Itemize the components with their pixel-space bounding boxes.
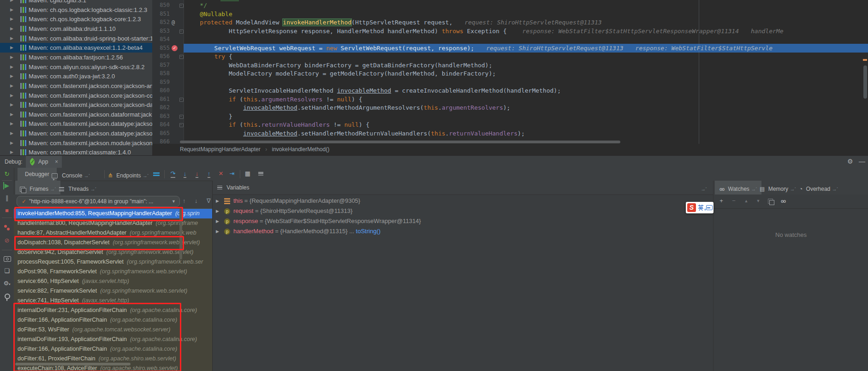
code-editor[interactable]: 850 */851 @Nullable852@ protected ModelA… [152, 0, 868, 144]
fold-icon[interactable] [179, 29, 184, 34]
thread-dropdown[interactable]: ✓ "http-nio-8888-exec-6"@10,448 in group… [17, 196, 180, 207]
code-line[interactable]: 864 if (this.returnValueHandlers != null… [152, 120, 868, 129]
remove-watch-icon[interactable]: − [730, 197, 738, 205]
fold-icon[interactable] [179, 123, 184, 127]
tree-item[interactable]: ▶Maven: com.fasterxml.jackson.datatype:j… [0, 129, 152, 138]
stack-frame-row[interactable]: processRequest:1005, FrameworkServlet(or… [14, 257, 212, 267]
tab-endpoints[interactable]: ⋔ Endpoints → [108, 168, 149, 181]
tree-item[interactable]: ▶Maven: com.alibaba:fastjson:1.2.56 [0, 53, 152, 62]
editor-hscrollbar[interactable] [180, 141, 620, 143]
tree-item[interactable]: ▶Maven: com.fasterxml:classmate:1.4.0 [0, 147, 152, 155]
rerun-icon[interactable]: ↻ [3, 171, 11, 178]
tab-memory[interactable]: ▤ Memory → [755, 181, 800, 194]
view-breakpoints-icon[interactable] [4, 224, 11, 231]
step-out-icon[interactable]: ↑ [205, 170, 213, 178]
close-icon[interactable]: × [55, 156, 58, 168]
stack-frame-row[interactable]: invokeHandlerMethod:855, RequestMappingH… [14, 209, 212, 218]
pin-icon[interactable] [5, 294, 10, 299]
resume-icon[interactable]: ▶ [3, 182, 10, 189]
stack-frame-row[interactable]: handleInternal:800, RequestMappingHandle… [14, 218, 212, 228]
variable-row[interactable]: ▶phandlerMethod = {HandlerMethod@11315} … [213, 226, 713, 236]
tree-item[interactable]: ▶Maven: com.auth0:java-jwt:3.2.0 [0, 71, 152, 81]
stack-frame-row[interactable]: doFilter:61, ProxiedFilterChain(org.apac… [14, 354, 212, 364]
stack-frame-row[interactable]: service:882, FrameworkServlet(org.spring… [14, 286, 212, 296]
step-into-icon[interactable]: ↓ [181, 170, 189, 178]
tree-item[interactable]: ▶Maven: com.fasterxml.jackson.core:jacks… [0, 100, 152, 110]
restore-layout-icon[interactable]: ❏ [3, 267, 11, 275]
stack-frame-row[interactable]: service:741, HttpServlet(javax.servlet.h… [14, 296, 212, 306]
code-line[interactable]: 856 try { [152, 52, 868, 61]
tree-item[interactable]: ▶Maven: com.fasterxml.jackson.datatype:j… [0, 119, 152, 129]
tab-watches[interactable]: oo Watches → [715, 181, 761, 194]
tree-item[interactable]: ▶Maven: ch.qos.logback:logback-core:1.2.… [0, 14, 152, 24]
tree-item[interactable]: ▶Maven: cglib:cglib:3.1 [0, 0, 152, 5]
stop-icon[interactable]: ■ [3, 207, 11, 214]
move-up-icon[interactable]: ▲ [742, 197, 750, 205]
tree-item[interactable]: ▶Maven: com.alibaba:druid:1.1.10 [0, 24, 152, 34]
fold-icon[interactable] [179, 55, 184, 59]
tree-item[interactable]: ▶Maven: com.fasterxml.jackson.module:jac… [0, 138, 152, 148]
code-line[interactable]: 855✓ ServletWebRequest webRequest = new … [152, 44, 868, 53]
settings-icon[interactable]: ⚙▾ [3, 280, 11, 287]
layout-settings-icon[interactable] [152, 170, 161, 178]
stack-frame-row[interactable]: doService:942, DispatcherServlet(org.spr… [14, 247, 212, 257]
stack-frame-row[interactable]: doFilter:166, ApplicationFilterChain(org… [14, 344, 212, 354]
tree-item[interactable]: ▶Maven: com.fasterxml.jackson.core:jacks… [0, 81, 152, 91]
tab-threads[interactable]: Threads → [54, 181, 101, 194]
code-line[interactable]: 861 if (this.argumentResolvers != null) … [152, 95, 868, 104]
stack-frame-row[interactable]: doPost:908, FrameworkServlet(org.springf… [14, 267, 212, 277]
force-step-into-icon[interactable]: ↓ [193, 170, 201, 178]
code-line[interactable]: 852@ protected ModelAndView invokeHandle… [152, 18, 868, 27]
tab-overhead[interactable]: ◔ Overhead → [795, 181, 842, 194]
mute-breakpoints-icon[interactable]: ⊘ [3, 237, 11, 244]
add-watch-icon[interactable]: + [717, 197, 725, 205]
trace-settings-icon[interactable] [256, 170, 265, 178]
breadcrumb-class[interactable]: RequestMappingHandlerAdapter [180, 146, 261, 153]
tab-debugger[interactable]: Debugger [18, 168, 57, 181]
code-line[interactable]: 850 */ [152, 1, 868, 10]
pause-icon[interactable]: ∥ [3, 194, 11, 202]
stack-frame-row[interactable]: doDispatch:1038, DispatcherServlet(org.s… [14, 238, 212, 247]
tree-item[interactable]: ▶Maven: com.fasterxml.jackson.core:jacks… [0, 91, 152, 100]
code-line[interactable]: 857 WebDataBinderFactory binderFactory =… [152, 61, 868, 70]
ime-language-indicator[interactable] [697, 204, 704, 211]
stack-frame-row[interactable]: doFilter:53, WsFilter(org.apache.tomcat.… [14, 325, 212, 335]
down-arrow-icon[interactable]: ↓ [195, 197, 198, 204]
code-line[interactable]: 858 ModelFactory modelFactory = getModel… [152, 69, 868, 78]
code-line[interactable]: 865 invocableMethod.setHandlerMethodRetu… [152, 129, 868, 138]
minimize-icon[interactable]: — [859, 156, 865, 167]
debug-session-tab[interactable]: App × [26, 156, 62, 168]
tree-item[interactable]: ▶Maven: com.aliyun.oss:aliyun-sdk-oss:2.… [0, 62, 152, 72]
frames-hscroll-thumb[interactable] [15, 363, 131, 365]
tree-item[interactable]: ▶Maven: com.alibaba:easyexcel:1.1.2-beta… [0, 43, 152, 53]
breadcrumb-method[interactable]: invokeHandlerMethod() [272, 146, 329, 153]
stack-frame-row[interactable]: service:660, HttpServlet(javax.servlet.h… [14, 277, 212, 286]
code-line[interactable]: 863 } [152, 112, 868, 121]
project-tree[interactable]: ▶Maven: cglib:cglib:3.1▶Maven: ch.qos.lo… [0, 0, 153, 155]
code-line[interactable]: 862 invocableMethod.setHandlerMethodArgu… [152, 103, 868, 112]
stack-frame-row[interactable]: internalDoFilter:193, ApplicationFilterC… [14, 335, 212, 344]
tree-item[interactable]: ▶Maven: ch.qos.logback:logback-classic:1… [0, 5, 152, 15]
variable-row[interactable]: ▶prequest = {ShiroHttpServletRequest@113… [213, 206, 713, 216]
tab-console[interactable]: Console → [52, 168, 90, 181]
stack-frame-row[interactable]: handle:87, AbstractHandlerMethodAdapter(… [14, 228, 212, 238]
editor-vscroll-thumb[interactable] [863, 65, 867, 99]
thread-dump-icon[interactable] [4, 256, 11, 262]
step-over-icon[interactable]: ↷ [169, 170, 177, 178]
fold-icon[interactable] [179, 4, 184, 8]
code-line[interactable]: 854 [152, 35, 868, 44]
fold-icon[interactable] [179, 115, 184, 119]
ime-keyboard-icon[interactable] [706, 205, 713, 210]
ime-punct[interactable]: , [704, 205, 706, 211]
error-stripe-mark[interactable] [863, 59, 867, 61]
variable-row[interactable]: ▶presponse = {WebStatFilter$StatHttpServ… [213, 216, 713, 226]
code-line[interactable]: 851 @Nullable [152, 10, 868, 18]
code-line[interactable]: 853 HttpServletResponse response, Handle… [152, 27, 868, 35]
run-to-cursor-icon[interactable]: ⇥ [228, 170, 236, 178]
variable-row[interactable]: ▶this = {RequestMappingHandlerAdapter@93… [213, 196, 713, 206]
tree-item[interactable]: ▶Maven: com.alibaba:druid-spring-boot-st… [0, 34, 152, 43]
ime-popup[interactable]: S , [686, 202, 713, 213]
tab-frames[interactable]: Frames → [15, 181, 60, 194]
breakpoint-icon[interactable]: ✓ [172, 44, 179, 53]
copy-icon[interactable] [766, 197, 774, 205]
